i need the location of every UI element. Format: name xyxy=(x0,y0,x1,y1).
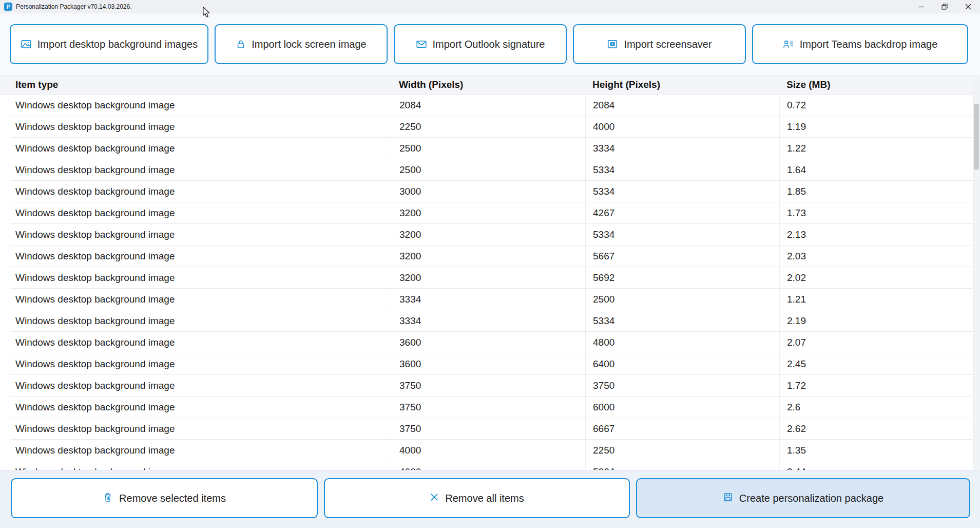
cell-height-pixels: 6000 xyxy=(585,397,779,418)
cell-height-pixels: 4267 xyxy=(585,202,779,223)
screensaver-icon xyxy=(607,39,618,50)
remove-all-items-label: Remove all items xyxy=(445,493,524,504)
cell-size-mb: 2.6 xyxy=(779,397,973,418)
table-row[interactable]: Windows desktop background image 4000 22… xyxy=(10,440,973,461)
cell-item-type: Windows desktop background image xyxy=(10,138,392,159)
trash-icon xyxy=(103,492,113,505)
cell-item-type: Windows desktop background image xyxy=(10,289,392,310)
app-icon: P xyxy=(4,3,12,11)
cell-item-type: Windows desktop background image xyxy=(10,95,392,116)
cell-height-pixels: 5667 xyxy=(585,246,779,267)
cell-item-type: Windows desktop background image xyxy=(10,375,392,396)
table-row[interactable]: Windows desktop background image 3200 56… xyxy=(10,267,973,289)
cell-width-pixels: 4000 xyxy=(392,461,585,470)
cell-height-pixels: 6400 xyxy=(585,353,779,374)
remove-all-items-button[interactable]: Remove all items xyxy=(324,478,630,518)
create-personalization-package-button[interactable]: Create personalization package xyxy=(636,478,970,518)
table-row[interactable]: Windows desktop background image 3600 48… xyxy=(10,332,973,353)
mail-icon xyxy=(416,39,427,50)
table-row[interactable]: Windows desktop background image 2500 33… xyxy=(10,138,973,159)
import-desktop-background-button[interactable]: Import desktop background images xyxy=(10,24,208,64)
footer-action-bar: Remove selected items Remove all items C… xyxy=(0,470,980,528)
vertical-scrollbar[interactable] xyxy=(973,75,980,470)
cell-width-pixels: 3600 xyxy=(392,332,585,353)
column-header-size: Size (MB) xyxy=(779,79,973,90)
cell-size-mb: 2.13 xyxy=(779,224,973,245)
column-header-item-type: Item type xyxy=(0,79,392,90)
cell-width-pixels: 2500 xyxy=(392,138,585,159)
table-row[interactable]: Windows desktop background image 2500 53… xyxy=(10,159,973,181)
table-row[interactable]: Windows desktop background image 2084 20… xyxy=(10,95,973,116)
import-outlook-signature-label: Import Outlook signature xyxy=(433,39,545,50)
title-bar: P Personalization Packager v70.14.03.202… xyxy=(0,0,980,13)
cell-width-pixels: 4000 xyxy=(392,440,585,461)
cell-item-type: Windows desktop background image xyxy=(10,159,392,180)
import-teams-backdrop-label: Import Teams backdrop image xyxy=(800,39,938,50)
cell-height-pixels: 5334 xyxy=(585,461,779,470)
import-desktop-background-label: Import desktop background images xyxy=(37,39,198,50)
cell-size-mb: 2.07 xyxy=(779,332,973,353)
remove-selected-items-button[interactable]: Remove selected items xyxy=(11,478,318,518)
cell-size-mb: 1.64 xyxy=(779,159,973,180)
cell-size-mb: 2.62 xyxy=(779,418,973,439)
import-outlook-signature-button[interactable]: Import Outlook signature xyxy=(394,24,567,64)
cell-item-type: Windows desktop background image xyxy=(10,267,392,288)
window-title: Personalization Packager v70.14.03.2026. xyxy=(16,3,132,10)
import-teams-backdrop-button[interactable]: Import Teams backdrop image xyxy=(752,24,968,64)
cell-height-pixels: 2500 xyxy=(585,289,779,310)
table-row[interactable]: Windows desktop background image 3600 64… xyxy=(10,353,973,375)
cell-height-pixels: 4800 xyxy=(585,332,779,353)
table-row[interactable]: Windows desktop background image 3200 53… xyxy=(10,224,973,246)
import-lock-screen-button[interactable]: Import lock screen image xyxy=(215,24,388,64)
cell-width-pixels: 3200 xyxy=(392,267,585,288)
cell-width-pixels: 2500 xyxy=(392,159,585,180)
cell-height-pixels: 5334 xyxy=(585,159,779,180)
window-controls xyxy=(909,0,980,13)
cell-width-pixels: 2250 xyxy=(392,116,585,137)
cell-size-mb: 2.03 xyxy=(779,246,973,267)
cell-width-pixels: 3200 xyxy=(392,202,585,223)
remove-selected-items-label: Remove selected items xyxy=(119,493,226,504)
cell-height-pixels: 5334 xyxy=(585,310,779,331)
create-personalization-package-label: Create personalization package xyxy=(739,493,883,504)
column-header-width: Width (Pixels) xyxy=(392,79,585,90)
cell-width-pixels: 3000 xyxy=(392,181,585,202)
cell-width-pixels: 3334 xyxy=(392,310,585,331)
cell-size-mb: 1.72 xyxy=(779,375,973,396)
import-screensaver-button[interactable]: Import screensaver xyxy=(573,24,746,64)
scrollbar-thumb[interactable] xyxy=(974,104,979,169)
cell-width-pixels: 3334 xyxy=(392,289,585,310)
table-row[interactable]: Windows desktop background image 3200 42… xyxy=(10,202,973,224)
cell-size-mb: 2.19 xyxy=(779,310,973,331)
cell-size-mb: 2.44 xyxy=(779,461,973,470)
cell-width-pixels: 2084 xyxy=(392,95,585,116)
cell-width-pixels: 3600 xyxy=(392,353,585,374)
close-button[interactable] xyxy=(956,0,980,13)
cell-width-pixels: 3750 xyxy=(392,397,585,418)
table-row[interactable]: Windows desktop background image 3750 37… xyxy=(10,375,973,397)
close-icon xyxy=(965,4,971,10)
table-row[interactable]: Windows desktop background image 3200 56… xyxy=(10,246,973,267)
cell-height-pixels: 2250 xyxy=(585,440,779,461)
table-row[interactable]: Windows desktop background image 2250 40… xyxy=(10,116,973,138)
cell-width-pixels: 3750 xyxy=(392,375,585,396)
table-row[interactable]: Windows desktop background image 3334 25… xyxy=(10,289,973,310)
table-row[interactable]: Windows desktop background image 3750 60… xyxy=(10,397,973,418)
table-row[interactable]: Windows desktop background image 4000 53… xyxy=(10,461,973,470)
table-row[interactable]: Windows desktop background image 3334 53… xyxy=(10,310,973,332)
table-header: Item type Width (Pixels) Height (Pixels)… xyxy=(0,75,980,95)
minimize-button[interactable] xyxy=(909,0,933,13)
cell-item-type: Windows desktop background image xyxy=(10,202,392,223)
cell-height-pixels: 5692 xyxy=(585,267,779,288)
cell-size-mb: 1.22 xyxy=(779,138,973,159)
cell-size-mb: 2.02 xyxy=(779,267,973,288)
package-icon xyxy=(723,492,733,505)
cell-item-type: Windows desktop background image xyxy=(10,353,392,374)
table-row[interactable]: Windows desktop background image 3000 53… xyxy=(10,181,973,202)
cell-size-mb: 1.21 xyxy=(779,289,973,310)
restore-button[interactable] xyxy=(933,0,956,13)
cell-height-pixels: 5334 xyxy=(585,181,779,202)
cell-width-pixels: 3200 xyxy=(392,224,585,245)
import-lock-screen-label: Import lock screen image xyxy=(252,39,366,50)
table-row[interactable]: Windows desktop background image 3750 66… xyxy=(10,418,973,440)
